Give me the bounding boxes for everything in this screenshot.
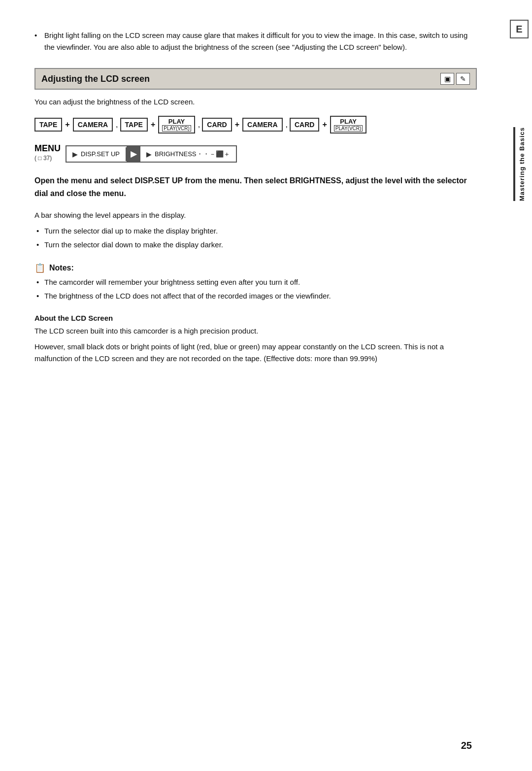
btn-camera-1: CAMERA: [73, 118, 113, 132]
section-title: Adjusting the LCD screen: [41, 74, 150, 84]
menu-label-block: MENU ( □ 37): [34, 143, 61, 162]
btn-card-2: CARD: [290, 118, 319, 132]
comma-3: ,: [286, 120, 288, 129]
comma-2: ,: [198, 120, 200, 129]
note-bullet-2: The brightness of the LCD does not affec…: [34, 290, 477, 302]
plus-2: +: [150, 120, 156, 129]
comma-1: ,: [116, 120, 118, 129]
sidebar-e-label: E: [516, 24, 522, 35]
plus-3: +: [234, 120, 240, 129]
sidebar-e-box: E: [510, 20, 529, 38]
btn-tape-2: TAPE: [120, 118, 148, 132]
about-text-1: The LCD screen built into this camcorder…: [34, 325, 477, 337]
menu-steps: ▶ DISP.SET UP ▶ ▶ BRIGHTNESS・・－⬛＋: [66, 145, 237, 163]
intro-bullet: Bright light falling on the LCD screen m…: [34, 30, 477, 53]
play-label-1: PLAY: [168, 118, 185, 125]
menu-step-divider: ▶: [127, 146, 140, 162]
btn-play-vcr-2: PLAY PLAY(VCR): [330, 116, 367, 134]
menu-step-1-text: DISP.SET UP: [81, 150, 120, 158]
btn-card-1: CARD: [202, 118, 232, 132]
notes-icon: 📋: [34, 263, 45, 273]
tape-icon-box: ▣: [440, 73, 454, 85]
camera-icon: ✎: [460, 75, 466, 83]
sidebar-mastering: Mastering the Basics: [513, 127, 526, 201]
bullet-brighter: Turn the selector dial up to make the di…: [34, 225, 477, 237]
menu-step-2: ▶ BRIGHTNESS・・－⬛＋: [140, 147, 236, 162]
playvcr-label-1: PLAY(VCR): [162, 125, 191, 132]
sidebar-mastering-text: Mastering the Basics: [518, 127, 526, 201]
play-label-2: PLAY: [340, 118, 356, 125]
subtitle-text: You can adjust the brightness of the LCD…: [34, 98, 477, 106]
btn-play-vcr-1: PLAY PLAY(VCR): [158, 116, 195, 134]
button-row: TAPE + CAMERA , TAPE + PLAY PLAY(VCR) , …: [34, 116, 477, 134]
btn-tape-1: TAPE: [34, 118, 62, 132]
tape-icon: ▣: [444, 75, 451, 83]
plus-4: +: [321, 120, 328, 129]
menu-sub: ( □ 37): [34, 155, 61, 162]
right-sidebar: E Mastering the Basics: [506, 0, 532, 771]
menu-arrow-2: ▶: [146, 150, 152, 158]
section-header: Adjusting the LCD screen ▣ ✎: [34, 68, 477, 90]
notes-header: 📋 Notes:: [34, 263, 477, 273]
menu-step-1: ▶ DISP.SET UP: [66, 147, 127, 161]
about-header: About the LCD Screen: [34, 314, 477, 322]
menu-arrow-1: ▶: [72, 150, 78, 158]
section-icons: ▣ ✎: [440, 73, 470, 85]
intro-text: Bright light falling on the LCD screen m…: [44, 31, 467, 51]
menu-section: MENU ( □ 37) ▶ DISP.SET UP ▶ ▶ BRIGHTNES…: [34, 143, 477, 163]
btn-camera-2: CAMERA: [242, 118, 282, 132]
plus-1: +: [64, 120, 70, 129]
about-text-2: However, small black dots or bright poin…: [34, 341, 477, 365]
menu-label: MENU: [34, 143, 61, 154]
bold-instruction: Open the menu and select DISP.SET UP fro…: [34, 174, 477, 200]
bar-text: A bar showing the level appears in the d…: [34, 209, 477, 221]
bullet-darker: Turn the selector dial down to make the …: [34, 239, 477, 251]
playvcr-label-2: PLAY(VCR): [334, 125, 363, 132]
camera-icon-box: ✎: [456, 73, 470, 85]
notes-label: Notes:: [49, 264, 74, 272]
menu-step-2-text: BRIGHTNESS・・－⬛＋: [155, 150, 230, 159]
page-number: 25: [461, 740, 472, 751]
note-bullet-1: The camcorder will remember your brightn…: [34, 276, 477, 288]
